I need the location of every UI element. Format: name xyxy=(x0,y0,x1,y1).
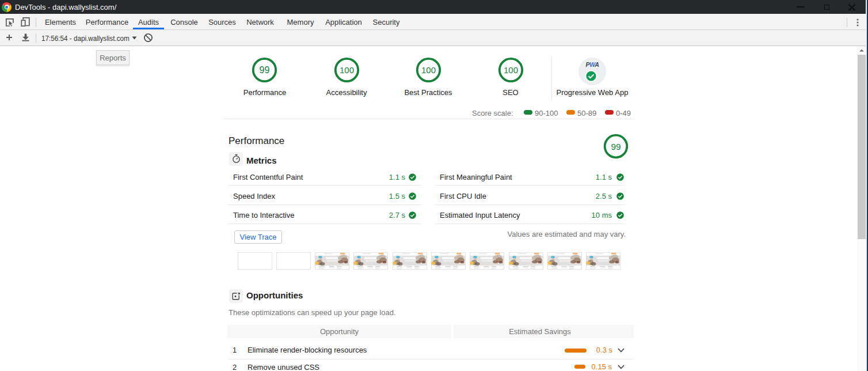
svg-text:99: 99 xyxy=(611,142,620,152)
svg-text:100: 100 xyxy=(340,65,354,75)
svg-text:100: 100 xyxy=(421,65,436,75)
svg-text:99: 99 xyxy=(260,65,270,75)
svg-text:100: 100 xyxy=(504,65,518,75)
